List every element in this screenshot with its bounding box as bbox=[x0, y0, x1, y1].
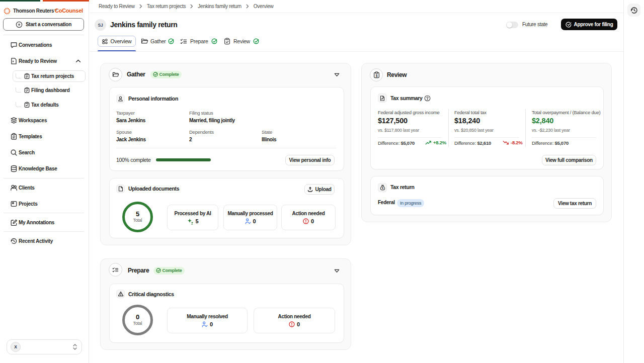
svg-text:$: $ bbox=[382, 187, 383, 190]
svg-text:$: $ bbox=[375, 74, 377, 78]
